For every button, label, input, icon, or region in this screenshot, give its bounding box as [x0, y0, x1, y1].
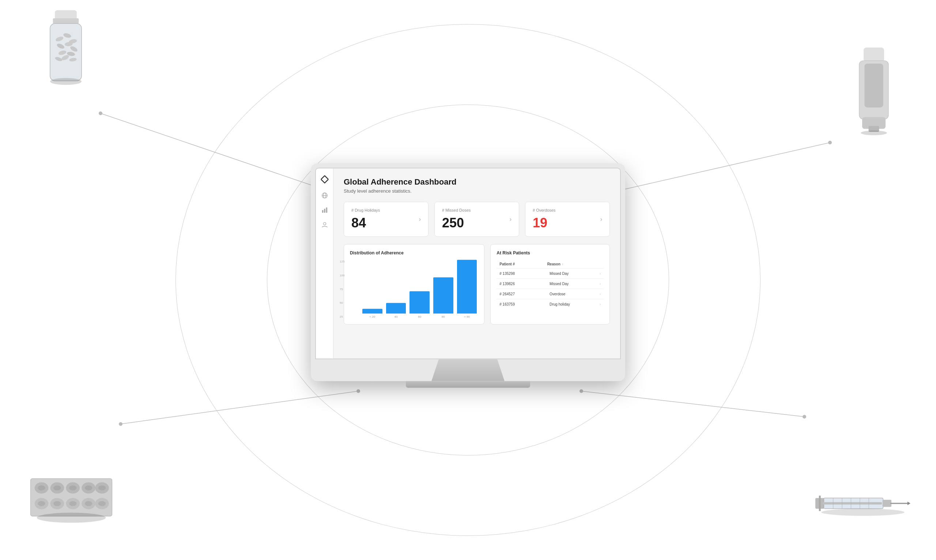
svg-point-46 — [69, 485, 77, 491]
row-chevron-2: › — [600, 282, 601, 286]
sidebar-icon-user[interactable] — [321, 221, 328, 228]
svg-rect-56 — [819, 496, 821, 511]
missed-doses-value: 250 — [442, 215, 471, 231]
svg-rect-13 — [53, 18, 79, 23]
svg-rect-71 — [322, 210, 323, 213]
patient-id-4: # 163759 — [499, 302, 550, 306]
bar-chart-title: Distribution of Adherence — [350, 251, 478, 255]
svg-rect-33 — [31, 478, 112, 516]
overdoses-label: # Overdoses — [533, 208, 556, 212]
svg-point-37 — [82, 482, 95, 494]
bar-4 — [433, 277, 453, 314]
missed-doses-label: # Missed Doses — [442, 208, 471, 212]
svg-rect-64 — [883, 500, 891, 507]
svg-point-50 — [53, 501, 61, 506]
bar-chart-area: < 20 40 60 — [361, 260, 478, 318]
bar-label-4: 80 — [442, 315, 445, 318]
overdoses-card[interactable]: # Overdoses 19 › — [525, 202, 610, 237]
bar-5 — [457, 260, 477, 314]
svg-line-3 — [581, 391, 804, 417]
table-row[interactable]: # 139826 Missed Day › — [497, 279, 603, 289]
col-reason: Reason ↕ — [547, 262, 595, 266]
svg-rect-73 — [326, 208, 327, 213]
svg-rect-31 — [869, 126, 879, 132]
svg-rect-72 — [324, 209, 325, 213]
svg-point-16 — [63, 32, 72, 38]
drug-holidays-chevron: › — [419, 216, 421, 223]
y-label-25: 25 — [340, 315, 345, 318]
y-label-50: 50 — [340, 301, 345, 305]
svg-point-39 — [35, 498, 49, 509]
reason-3: Overdose — [550, 292, 600, 296]
svg-point-34 — [35, 482, 49, 494]
drug-holidays-card[interactable]: # Drug Holidays 84 › — [344, 202, 428, 237]
svg-point-44 — [38, 485, 45, 491]
app: Global Adherence Dashboard Study level a… — [316, 169, 620, 358]
row-chevron-4: › — [600, 302, 601, 306]
svg-point-4 — [99, 111, 102, 115]
drug-holidays-label: # Drug Holidays — [351, 208, 380, 212]
main-content: Global Adherence Dashboard Study level a… — [334, 169, 620, 358]
table-row[interactable]: # 135298 Missed Day › — [497, 269, 603, 279]
table-row[interactable]: # 163759 Drug holiday › — [497, 299, 603, 309]
blister-pack — [28, 461, 115, 527]
inhaler — [852, 48, 896, 135]
svg-point-15 — [55, 36, 64, 42]
monitor-stand — [431, 359, 505, 381]
svg-point-32 — [861, 131, 887, 135]
at-risk-card: At Risk Patients Patient # Reason ↕ — [490, 244, 610, 325]
bar-group-4: 80 — [433, 260, 453, 318]
svg-point-5 — [828, 141, 832, 145]
bar-group-1: < 20 — [362, 260, 382, 318]
svg-point-36 — [66, 482, 80, 494]
svg-point-35 — [51, 482, 64, 494]
overdoses-value: 19 — [533, 215, 556, 231]
svg-point-42 — [82, 498, 95, 509]
monitor-wrapper: Global Adherence Dashboard Study level a… — [311, 163, 625, 388]
monitor-base — [406, 381, 530, 388]
bar-chart-card: Distribution of Adherence 125 100 75 50 … — [344, 244, 485, 325]
monitor-screen: Global Adherence Dashboard Study level a… — [315, 168, 621, 359]
stats-row: # Drug Holidays 84 › # Missed Doses 250 — [344, 202, 610, 237]
bar-label-3: 60 — [418, 315, 421, 318]
svg-rect-55 — [815, 498, 824, 508]
scene: Global Adherence Dashboard Study level a… — [0, 0, 936, 560]
svg-rect-58 — [823, 502, 882, 505]
missed-doses-card[interactable]: # Missed Doses 250 › — [434, 202, 519, 237]
svg-line-0 — [100, 113, 347, 197]
bar-label-2: 40 — [394, 315, 398, 318]
svg-point-22 — [66, 51, 75, 57]
svg-point-51 — [69, 501, 77, 506]
table-row[interactable]: # 264527 Overdose › — [497, 289, 603, 299]
y-label-125: 125 — [340, 260, 345, 263]
reason-1: Missed Day — [550, 272, 600, 275]
bar-group-2: 40 — [386, 260, 406, 318]
bar-group-5: > 90 — [457, 260, 477, 318]
svg-rect-14 — [50, 23, 82, 81]
bar-1 — [362, 309, 382, 314]
bar-group-3: 60 — [410, 260, 430, 318]
svg-point-19 — [64, 42, 73, 46]
y-label-75: 75 — [340, 287, 345, 291]
svg-point-20 — [69, 45, 79, 53]
svg-point-49 — [38, 501, 45, 506]
chart-wrapper: 125 100 75 50 25 — [350, 260, 478, 318]
row-chevron-3: › — [600, 292, 601, 296]
svg-rect-29 — [864, 64, 883, 108]
svg-point-11 — [579, 389, 583, 393]
sidebar-icon-globe[interactable] — [321, 192, 328, 199]
svg-rect-28 — [859, 61, 888, 119]
page-title: Global Adherence Dashboard — [344, 177, 610, 187]
reason-4: Drug holiday — [550, 302, 600, 306]
svg-point-38 — [95, 482, 109, 494]
svg-point-18 — [56, 43, 65, 50]
bar-2 — [386, 303, 406, 314]
svg-point-25 — [69, 57, 77, 62]
svg-rect-57 — [824, 498, 883, 508]
patient-id-2: # 139826 — [499, 282, 550, 286]
svg-rect-12 — [55, 10, 77, 21]
missed-doses-chevron: › — [510, 216, 511, 223]
pill-bottle — [33, 10, 99, 91]
svg-point-24 — [54, 56, 63, 62]
sidebar-icon-chart[interactable] — [321, 206, 328, 214]
